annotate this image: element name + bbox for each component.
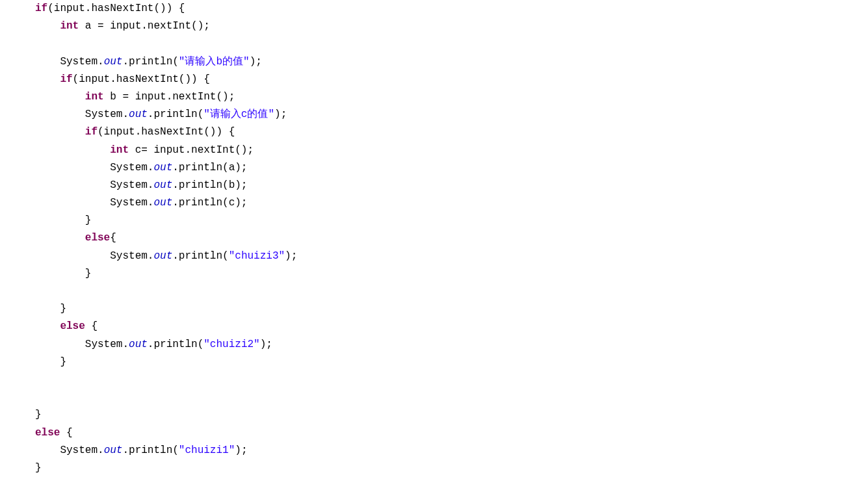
code-token-field: out: [129, 339, 148, 350]
code-token-kw: else: [85, 232, 110, 244]
code-token-str: "请输入b的值": [179, 56, 250, 68]
code-token-kw: if: [60, 73, 72, 85]
code-token-plain: .println(: [122, 56, 178, 68]
code-token-str: "chuizi1": [179, 445, 235, 456]
code-token-plain: .println(: [148, 339, 204, 350]
code-token-kw: else: [35, 427, 60, 439]
code-token-kw: int: [60, 20, 79, 32]
code-token-plain: ); } }: [35, 339, 272, 421]
code-token-str: "chuizi2": [204, 339, 259, 350]
code-token-kw: else: [60, 320, 85, 332]
code-token-field: out: [153, 197, 172, 209]
code-token-field: out: [104, 445, 123, 456]
code-token-plain: .println(: [148, 109, 204, 120]
code-token-field: out: [153, 179, 172, 191]
code-token-kw: int: [110, 144, 129, 156]
code-token-plain: .println(: [172, 250, 228, 262]
code-token-field: out: [104, 56, 123, 68]
code-token-kw: if: [85, 126, 98, 138]
code-token-field: out: [129, 109, 148, 120]
code-token-field: out: [153, 162, 172, 174]
code-block: if(input.hasNextInt()) { int a = input.n…: [0, 0, 868, 477]
code-token-kw: if: [35, 3, 47, 14]
code-token-kw: int: [85, 91, 104, 103]
code-token-field: out: [153, 250, 172, 262]
code-token-str: "请输入c的值": [204, 109, 274, 120]
code-token-plain: .println(: [122, 445, 178, 456]
code-token-str: "chuizi3": [229, 250, 285, 262]
